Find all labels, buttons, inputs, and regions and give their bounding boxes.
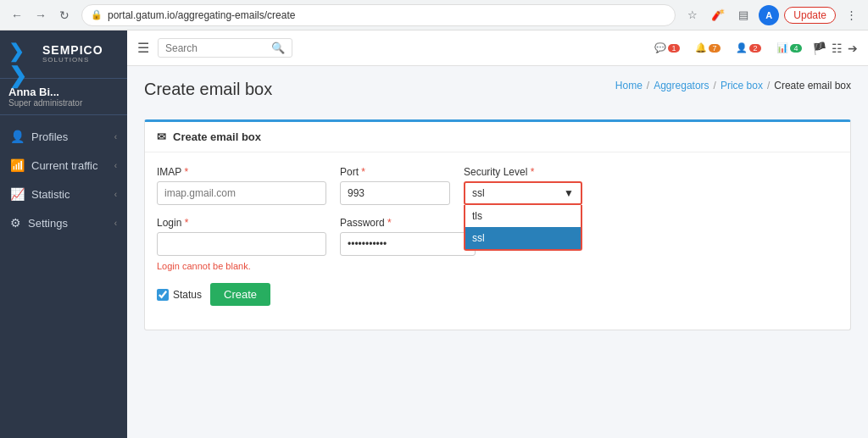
security-select[interactable]: ssl ▼ [464, 181, 582, 205]
card-body: IMAP * Port * Security Lev [145, 152, 850, 330]
sidebar-item-label-traffic: Current traffic [31, 159, 98, 172]
user-count: 2 [749, 44, 761, 53]
search-icon: 🔍 [271, 42, 285, 54]
chevron-icon: ‹ [114, 161, 117, 170]
card-header: ✉ Create email box [145, 122, 850, 152]
settings-icon: ⚙ [10, 216, 21, 230]
breadcrumb-home[interactable]: Home [615, 80, 643, 91]
security-value: ssl [472, 187, 485, 199]
logout-icon[interactable]: ➔ [848, 42, 858, 55]
content-header: Create email box Home / Aggregators / Pr… [144, 80, 851, 111]
sidebar-item-profiles[interactable]: 👤 Profiles ‹ [0, 122, 127, 151]
search-input[interactable] [165, 42, 267, 54]
search-box[interactable]: 🔍 [158, 38, 292, 58]
chat-badge[interactable]: 💬 1 [649, 41, 685, 55]
breadcrumb-aggregators[interactable]: Aggregators [654, 80, 709, 91]
top-bar: ☰ 🔍 💬 1 🔔 7 👤 2 📊 [127, 30, 868, 66]
sidebar-item-label-statistic: Statistic [31, 188, 70, 201]
sidebar-item-current-traffic[interactable]: 📶 Current traffic ‹ [0, 151, 127, 180]
login-input[interactable] [157, 232, 326, 256]
dropdown-arrow-icon: ▼ [564, 187, 574, 199]
browser-chrome: ← → ↻ 🔒 portal.gatum.io/aggregating-emai… [0, 0, 868, 30]
back-button[interactable]: ← [7, 5, 27, 25]
address-bar[interactable]: 🔒 portal.gatum.io/aggregating-emails/cre… [81, 4, 676, 26]
breadcrumb: Home / Aggregators / Price box / Create … [615, 80, 851, 91]
chevron-icon: ‹ [114, 190, 117, 199]
port-label: Port * [340, 166, 450, 178]
security-label: Security Level * [464, 166, 582, 178]
nav-buttons: ← → ↻ [7, 5, 75, 25]
user-role: Super administrator [8, 98, 119, 108]
form-row-1: IMAP * Port * Security Lev [157, 166, 838, 205]
logo-icon: ❯ [8, 41, 36, 68]
security-dropdown-menu: tls ssl [464, 205, 582, 251]
sidebar-item-statistic[interactable]: 📈 Statistic ‹ [0, 180, 127, 208]
security-wrapper: ssl ▼ tls ssl [464, 181, 582, 205]
bell-icon: 🔔 [695, 42, 707, 53]
browser-actions: ☆ 🧨 ▤ A Update ⋮ [682, 5, 861, 25]
chevron-icon: ‹ [114, 132, 117, 141]
lock-icon: 🔒 [91, 9, 103, 20]
user-badge[interactable]: 👤 2 [731, 41, 766, 55]
chart-icon: 📊 [776, 42, 788, 53]
security-group: Security Level * ssl ▼ tls ssl [464, 166, 582, 205]
update-button[interactable]: Update [784, 7, 836, 24]
star-button[interactable]: ☆ [682, 5, 703, 25]
tab-search-button[interactable]: ▤ [733, 5, 754, 25]
sidebar-logo: ❯ SEMPICO SOLUTIONS [0, 30, 127, 79]
notification-badge[interactable]: 🔔 7 [690, 41, 726, 55]
sidebar: ❯ SEMPICO SOLUTIONS Anna Bi... Super adm… [0, 30, 127, 438]
imap-label: IMAP * [157, 166, 326, 178]
password-input[interactable] [340, 232, 476, 256]
flag-icon[interactable]: 🏴 [812, 42, 826, 55]
sidebar-item-label-settings: Settings [28, 217, 68, 230]
traffic-icon: 📶 [10, 158, 25, 172]
card-title: Create email box [173, 130, 261, 143]
dropdown-item-ssl[interactable]: ssl [465, 227, 581, 249]
url-text: portal.gatum.io/aggregating-emails/creat… [108, 9, 295, 21]
main-content: Create email box Home / Aggregators / Pr… [127, 66, 868, 438]
menu-button[interactable]: ⋮ [841, 5, 861, 25]
hamburger-icon[interactable]: ☰ [137, 40, 149, 56]
brand-name: SEMPICO [42, 44, 103, 57]
forward-button[interactable]: → [31, 5, 51, 25]
grid-icon[interactable]: ☷ [832, 42, 843, 55]
imap-input[interactable] [157, 181, 326, 205]
dropdown-item-tls[interactable]: tls [465, 205, 581, 227]
user-icon: 👤 [736, 42, 748, 53]
chart-count: 4 [790, 44, 802, 53]
brand-sub: SOLUTIONS [42, 57, 103, 64]
refresh-button[interactable]: ↻ [54, 5, 75, 25]
breadcrumb-current: Create email box [774, 80, 851, 91]
port-input[interactable] [340, 181, 450, 205]
chat-icon: 💬 [654, 42, 666, 53]
chevron-icon: ‹ [114, 219, 117, 228]
top-bar-right: 💬 1 🔔 7 👤 2 📊 4 🏴 ☷ ➔ [649, 41, 858, 55]
app-layout: ❯ SEMPICO SOLUTIONS Anna Bi... Super adm… [0, 30, 868, 438]
status-checkbox[interactable] [157, 289, 169, 301]
status-row: Status Create [157, 283, 838, 306]
sidebar-nav: 👤 Profiles ‹ 📶 Current traffic ‹ 📈 Stati… [0, 115, 127, 438]
create-button[interactable]: Create [210, 283, 270, 306]
login-label: Login * [157, 217, 326, 229]
statistic-icon: 📈 [10, 187, 25, 201]
chart-badge[interactable]: 📊 4 [771, 41, 807, 55]
chat-count: 1 [668, 44, 680, 53]
status-text: Status [173, 289, 202, 301]
envelope-icon: ✉ [157, 130, 166, 143]
login-group: Login * Login cannot be blank. [157, 217, 326, 271]
breadcrumb-price-box[interactable]: Price box [721, 80, 763, 91]
password-group: Password * [340, 217, 476, 256]
logo-text: SEMPICO SOLUTIONS [42, 44, 103, 64]
imap-group: IMAP * [157, 166, 326, 205]
status-label[interactable]: Status [157, 289, 202, 301]
extensions-button[interactable]: 🧨 [708, 5, 728, 25]
sidebar-item-label-profiles: Profiles [31, 130, 68, 143]
sidebar-item-settings[interactable]: ⚙ Settings ‹ [0, 208, 127, 237]
port-group: Port * [340, 166, 450, 205]
profile-avatar[interactable]: A [759, 5, 779, 25]
profiles-icon: 👤 [10, 130, 25, 143]
create-email-card: ✉ Create email box IMAP * [144, 119, 851, 330]
login-error: Login cannot be blank. [157, 261, 326, 271]
password-label: Password * [340, 217, 476, 229]
